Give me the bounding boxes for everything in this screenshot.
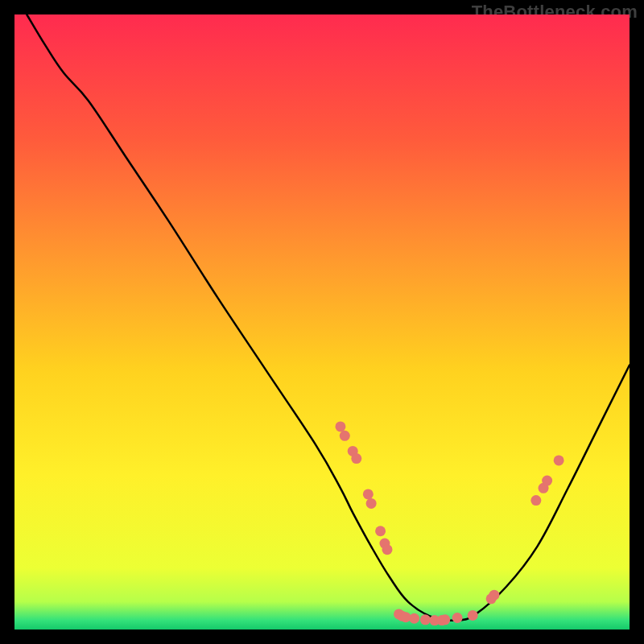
marker-point [375,526,386,536]
marker-point [366,498,377,509]
marker-point [440,614,450,625]
marker-point [351,453,361,464]
marker-point [468,610,478,621]
chart-background [14,14,630,630]
marker-point [335,421,345,431]
marker-point [420,614,431,625]
marker-point [340,431,350,441]
marker-point [363,489,374,499]
marker-point [382,544,392,555]
marker-point [542,476,552,486]
marker-point [409,613,419,624]
marker-point [489,590,499,601]
chart-svg [14,14,630,630]
chart-area [14,14,630,630]
marker-point [554,455,564,465]
marker-point [452,613,463,623]
marker-point [530,495,541,506]
